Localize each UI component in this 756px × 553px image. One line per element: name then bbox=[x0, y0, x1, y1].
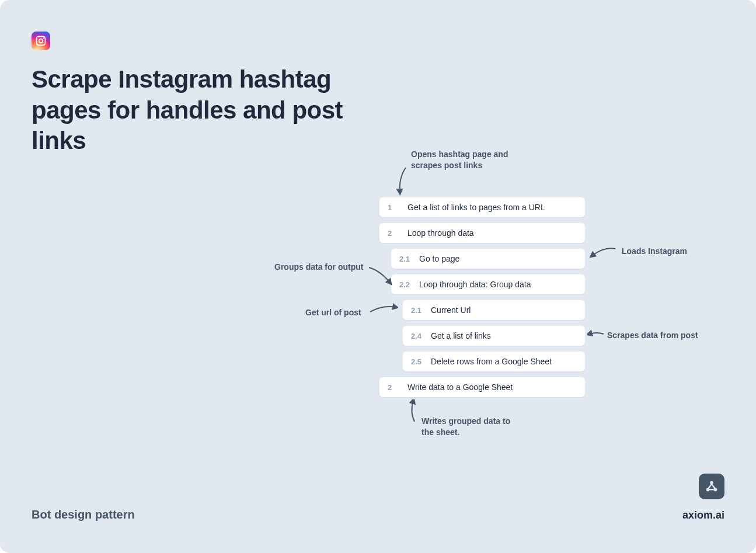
step-row: 2.1 Current Url bbox=[403, 300, 585, 320]
step-label: Go to page bbox=[419, 254, 459, 263]
footer-label: Bot design pattern bbox=[32, 508, 135, 521]
step-row: 2.1 Go to page bbox=[391, 249, 585, 269]
step-row: 2 Write data to a Google Sheet bbox=[379, 377, 585, 397]
step-number: 2.1 bbox=[411, 306, 424, 315]
footer-brand: axiom.ai bbox=[682, 509, 724, 521]
annotation-get-url: Get url of post bbox=[305, 307, 361, 318]
step-row: 2.4 Get a list of links bbox=[403, 326, 585, 346]
arrow-icon bbox=[394, 166, 410, 196]
step-label: Get a list of links bbox=[431, 331, 491, 340]
step-number: 2.2 bbox=[399, 280, 412, 289]
step-label: Current Url bbox=[431, 305, 471, 315]
step-row: 2 Loop through data bbox=[379, 223, 585, 243]
step-label: Get a list of links to pages from a URL bbox=[407, 203, 545, 212]
step-label: Write data to a Google Sheet bbox=[407, 382, 513, 392]
step-number: 2 bbox=[388, 229, 400, 238]
axiom-logo-icon bbox=[699, 474, 724, 499]
page-title: Scrape Instagram hashtag pages for handl… bbox=[32, 64, 358, 156]
step-label: Loop through data: Group data bbox=[419, 280, 531, 289]
step-number: 2 bbox=[388, 383, 400, 392]
annotation-loads-instagram: Loads Instagram bbox=[622, 246, 687, 257]
steps-list: 1 Get a list of links to pages from a UR… bbox=[379, 197, 585, 403]
arrow-icon bbox=[407, 399, 420, 424]
step-number: 2.4 bbox=[411, 332, 424, 340]
arrow-icon bbox=[587, 328, 605, 340]
annotation-scrapes-post: Scrapes data from post bbox=[607, 330, 698, 341]
annotation-opens-hashtag: Opens hashtag page and scrapes post link… bbox=[411, 149, 516, 171]
arrow-icon bbox=[590, 244, 618, 259]
step-label: Loop through data bbox=[407, 228, 474, 238]
step-row: 2.2 Loop through data: Group data bbox=[391, 274, 585, 294]
step-number: 2.5 bbox=[411, 357, 424, 366]
diagram-canvas: Scrape Instagram hashtag pages for handl… bbox=[0, 0, 756, 553]
step-number: 2.1 bbox=[399, 255, 412, 263]
step-row: 2.5 Delete rows from a Google Sheet bbox=[403, 352, 585, 371]
annotation-groups-data: Groups data for output bbox=[274, 262, 363, 273]
svg-point-2 bbox=[43, 37, 44, 39]
step-label: Delete rows from a Google Sheet bbox=[431, 357, 552, 366]
instagram-icon bbox=[32, 32, 50, 50]
step-number: 1 bbox=[388, 203, 400, 212]
svg-point-1 bbox=[39, 39, 43, 43]
annotation-writes-sheet: Writes grouped data to the sheet. bbox=[421, 416, 521, 438]
step-row: 1 Get a list of links to pages from a UR… bbox=[379, 197, 585, 217]
